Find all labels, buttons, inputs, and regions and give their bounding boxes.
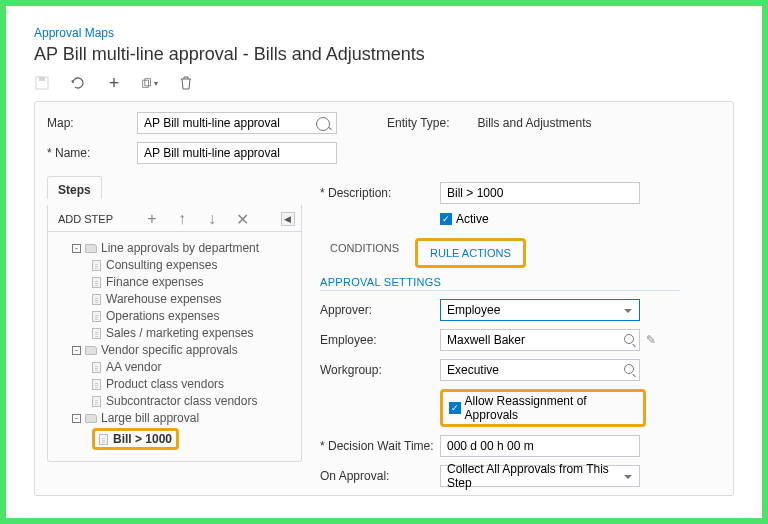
tree-item-selected[interactable]: Bill > 1000 (56, 428, 293, 450)
employee-label: Employee: (320, 333, 440, 347)
on-approval-label: On Approval: (320, 469, 440, 483)
item-label: Subcontractor class vendors (106, 394, 257, 408)
group-label: Line approvals by department (101, 241, 259, 255)
description-label: Description: (320, 186, 440, 200)
main-toolbar: + ▾ (34, 75, 734, 91)
name-input[interactable]: AP Bill multi-line approval (137, 142, 337, 164)
employee-value: Maxwell Baker (447, 333, 525, 347)
tree-item[interactable]: Operations expenses (56, 309, 293, 323)
tree-item[interactable]: Warehouse expenses (56, 292, 293, 306)
copy-icon[interactable]: ▾ (142, 75, 158, 91)
tree-item[interactable]: Subcontractor class vendors (56, 394, 293, 408)
tree-delete-icon[interactable]: ✕ (234, 211, 250, 227)
item-label: Product class vendors (106, 377, 224, 391)
folder-icon (85, 414, 97, 423)
add-icon[interactable]: + (106, 75, 122, 91)
collapse-icon[interactable]: - (72, 244, 81, 253)
document-icon (92, 362, 101, 373)
folder-icon (85, 244, 97, 253)
on-approval-select[interactable]: Collect All Approvals from This Step (440, 465, 640, 487)
workgroup-value: Executive (447, 363, 499, 377)
steps-title: Steps (47, 176, 102, 199)
document-icon (92, 328, 101, 339)
tree-item[interactable]: Consulting expenses (56, 258, 293, 272)
collapse-icon[interactable]: - (72, 414, 81, 423)
workgroup-label: Workgroup: (320, 363, 440, 377)
item-label: Bill > 1000 (113, 432, 172, 446)
document-icon (92, 396, 101, 407)
tree-add-icon[interactable]: + (144, 211, 160, 227)
section-approval-settings: APPROVAL SETTINGS (320, 276, 680, 291)
breadcrumb-link[interactable]: Approval Maps (34, 26, 734, 40)
tree-group[interactable]: -Large bill approval (56, 411, 293, 425)
details-panel: Description: Bill > 1000 ✓ Active CONDIT… (302, 172, 721, 495)
item-label: AA vendor (106, 360, 161, 374)
document-icon (92, 379, 101, 390)
group-label: Vendor specific approvals (101, 343, 238, 357)
undo-icon[interactable] (70, 75, 86, 91)
approver-select[interactable]: Employee (440, 299, 640, 321)
map-input[interactable]: AP Bill multi-line approval (137, 112, 337, 134)
document-icon (92, 277, 101, 288)
tab-rule-actions[interactable]: RULE ACTIONS (415, 238, 526, 268)
header-form: Map: AP Bill multi-line approval Entity … (34, 101, 734, 496)
tree-item[interactable]: Product class vendors (56, 377, 293, 391)
item-label: Finance expenses (106, 275, 203, 289)
add-step-button[interactable]: ADD STEP (58, 213, 113, 225)
workgroup-lookup[interactable]: Executive (440, 359, 640, 381)
item-label: Operations expenses (106, 309, 219, 323)
delete-icon[interactable] (178, 75, 194, 91)
search-icon[interactable] (624, 334, 634, 344)
svg-rect-2 (143, 80, 149, 87)
edit-icon[interactable]: ✎ (646, 333, 656, 347)
entity-type-value: Bills and Adjustments (477, 116, 591, 130)
tree-up-icon[interactable]: ↑ (174, 211, 190, 227)
employee-lookup[interactable]: Maxwell Baker (440, 329, 640, 351)
item-label: Consulting expenses (106, 258, 217, 272)
tree-item[interactable]: Sales / marketing expenses (56, 326, 293, 340)
document-icon (92, 294, 101, 305)
tab-conditions[interactable]: CONDITIONS (320, 238, 409, 268)
svg-rect-3 (145, 79, 151, 86)
search-icon[interactable] (624, 364, 634, 374)
document-icon (92, 311, 101, 322)
tree-group[interactable]: -Vendor specific approvals (56, 343, 293, 357)
allow-reassign-label: Allow Reassignment of Approvals (465, 394, 637, 422)
tree-down-icon[interactable]: ↓ (204, 211, 220, 227)
description-input[interactable]: Bill > 1000 (440, 182, 640, 204)
group-label: Large bill approval (101, 411, 199, 425)
entity-type-label: Entity Type: (387, 116, 449, 130)
name-label: Name: (47, 146, 137, 160)
tree-group[interactable]: -Line approvals by department (56, 241, 293, 255)
active-label: Active (456, 212, 489, 226)
wait-time-label: Decision Wait Time: (320, 439, 440, 453)
svg-rect-1 (39, 77, 45, 81)
allow-reassign-checkbox[interactable]: ✓ (449, 402, 461, 414)
active-checkbox[interactable]: ✓ (440, 213, 452, 225)
document-icon (92, 260, 101, 271)
steps-tree: -Line approvals by department Consulting… (48, 232, 301, 450)
page-title: AP Bill multi-line approval - Bills and … (34, 44, 734, 65)
collapse-panel-icon[interactable]: ◀ (281, 212, 295, 226)
approver-label: Approver: (320, 303, 440, 317)
tree-item[interactable]: Finance expenses (56, 275, 293, 289)
item-label: Sales / marketing expenses (106, 326, 253, 340)
tree-item[interactable]: AA vendor (56, 360, 293, 374)
collapse-icon[interactable]: - (72, 346, 81, 355)
document-icon (99, 434, 108, 445)
wait-time-input[interactable]: 000 d 00 h 00 m (440, 435, 640, 457)
folder-icon (85, 346, 97, 355)
save-icon[interactable] (34, 75, 50, 91)
item-label: Warehouse expenses (106, 292, 222, 306)
map-label: Map: (47, 116, 137, 130)
